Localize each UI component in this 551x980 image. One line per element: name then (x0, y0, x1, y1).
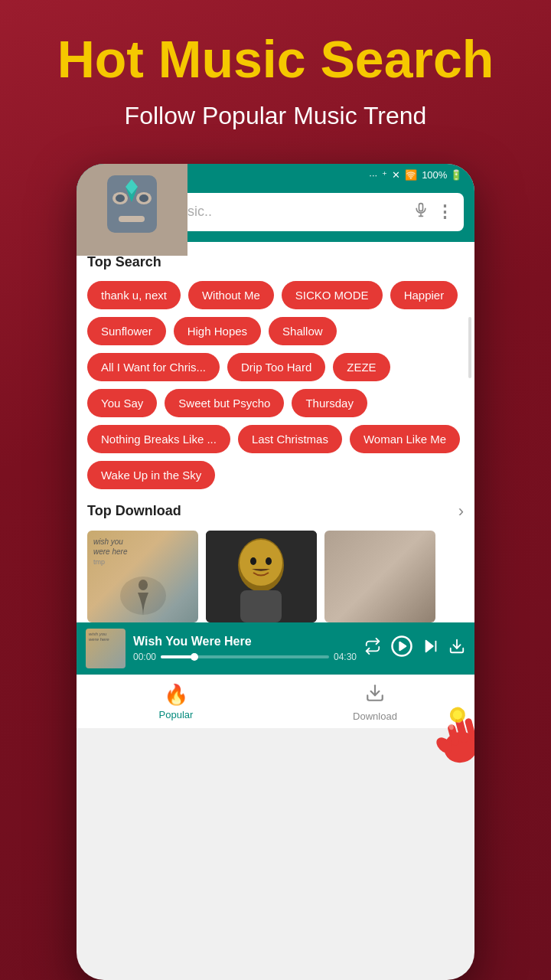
tag-drip-too-hard[interactable]: Drip Too Hard (227, 353, 325, 381)
svg-point-5 (139, 580, 148, 590)
album-art-3[interactable] (324, 531, 435, 622)
phone-mockup: 12:13 PM ··· ⁺ ✕ 🛜 100% 🔋 Search music..… (77, 164, 474, 980)
top-download-title: Top Download (87, 503, 181, 519)
content-area: Top Search thank u, next Without Me SICK… (77, 242, 474, 622)
svg-marker-32 (426, 640, 433, 652)
tag-woman-like-me[interactable]: Woman Like Me (350, 425, 460, 453)
svg-point-8 (240, 540, 282, 586)
main-title: Hot Music Search (38, 31, 513, 88)
tag-thank-u-next[interactable]: thank u, next (87, 281, 181, 309)
now-playing-thumb: wish youwere here (86, 629, 126, 668)
progress-fill (161, 655, 194, 658)
status-icons: ··· ⁺ ✕ 🛜 100% 🔋 (369, 169, 462, 181)
np-controls (364, 635, 465, 662)
battery-icon: 100% 🔋 (422, 169, 462, 181)
tag-last-christmas[interactable]: Last Christmas (238, 425, 342, 453)
svg-point-10 (266, 557, 272, 565)
play-icon[interactable] (390, 635, 413, 662)
np-title: Wish You Were Here (133, 635, 357, 648)
album-art-2[interactable] (206, 531, 317, 622)
bluetooth-icon: ⁺ (382, 169, 387, 181)
svg-rect-2 (419, 204, 423, 211)
album-row: wish youwere here tmp (87, 531, 464, 622)
wifi-icon: 🛜 (405, 169, 417, 181)
more-options-icon[interactable]: ⋮ (436, 202, 453, 222)
np-time-current: 00:00 (133, 652, 156, 662)
top-download-header: Top Download › (87, 501, 464, 521)
sub-title: Follow Popular Music Trend (38, 102, 513, 130)
tag-high-hopes[interactable]: High Hopes (174, 317, 261, 345)
tag-you-say[interactable]: You Say (87, 389, 157, 417)
skip-forward-icon[interactable] (422, 638, 439, 659)
top-download-more-icon[interactable]: › (458, 501, 464, 521)
tag-thursday[interactable]: Thursday (292, 389, 367, 417)
bottom-nav: 🔥 Popular Download (77, 675, 474, 728)
np-thumb-text: wish youwere here (89, 632, 109, 642)
repeat-icon[interactable] (364, 638, 381, 659)
top-search-title: Top Search (87, 254, 464, 270)
x-icon: ✕ (392, 169, 400, 181)
download-nav-icon (365, 683, 385, 708)
progress-bar[interactable] (161, 655, 329, 658)
tag-happier[interactable]: Happier (390, 281, 458, 309)
tag-zeze[interactable]: ZEZE (333, 353, 390, 381)
signal-dots-icon: ··· (369, 169, 377, 181)
download-icon[interactable] (448, 638, 465, 659)
progress-dot (191, 653, 198, 661)
album-art-1[interactable]: wish youwere here tmp (87, 531, 198, 622)
album-1-text: wish youwere here (93, 537, 192, 557)
svg-rect-11 (240, 590, 282, 622)
nav-download-label: Download (353, 710, 397, 722)
tag-without-me[interactable]: Without Me (188, 281, 274, 309)
nav-popular[interactable]: 🔥 Popular (77, 675, 276, 728)
tag-nothing-breaks[interactable]: Nothing Breaks Like ... (87, 425, 230, 453)
tag-sicko-mode[interactable]: SICKO MODE (282, 281, 383, 309)
popular-icon: 🔥 (164, 683, 188, 707)
tag-shallow[interactable]: Shallow (269, 317, 337, 345)
nav-popular-label: Popular (159, 709, 194, 720)
np-time-total: 04:30 (334, 652, 357, 662)
hand-pointer (429, 701, 474, 773)
svg-marker-31 (400, 642, 406, 650)
header-area: Hot Music Search Follow Popular Music Tr… (0, 0, 551, 145)
mic-icon[interactable] (413, 202, 429, 221)
tag-sweet-but-psycho[interactable]: Sweet but Psycho (165, 389, 284, 417)
svg-point-9 (250, 557, 256, 565)
scroll-indicator (468, 317, 471, 378)
album-1-logo: tmp (93, 558, 192, 566)
tag-sunflower[interactable]: Sunflower (87, 317, 166, 345)
now-playing-info: Wish You Were Here 00:00 04:30 (133, 635, 357, 662)
tag-wake-up-sky[interactable]: Wake Up in the Sky (87, 461, 215, 489)
tags-container: thank u, next Without Me SICKO MODE Happ… (87, 281, 464, 489)
tag-all-i-want[interactable]: All I Want for Chris... (87, 353, 220, 381)
np-progress-row: 00:00 04:30 (133, 652, 357, 662)
now-playing-bar: wish youwere here Wish You Were Here 00:… (77, 622, 474, 675)
